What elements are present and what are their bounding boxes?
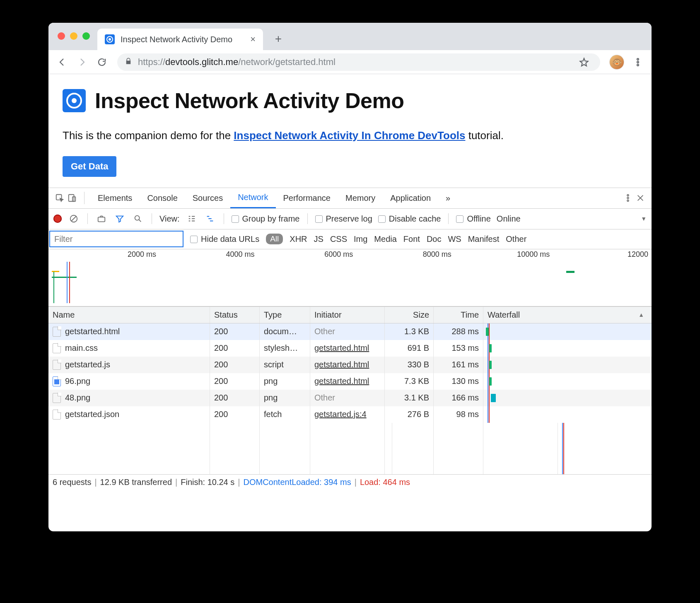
network-status-bar: 6 requests| 12.9 KB transferred| Finish:… — [48, 474, 652, 490]
new-tab-button[interactable]: + — [270, 30, 287, 48]
browser-menu-icon[interactable] — [629, 53, 647, 71]
maximize-window-icon[interactable] — [82, 32, 90, 40]
filter-type-xhr[interactable]: XHR — [290, 234, 307, 244]
tutorial-link[interactable]: Inspect Network Activity In Chrome DevTo… — [234, 129, 465, 142]
search-icon[interactable] — [132, 212, 144, 225]
table-row[interactable]: main.css200stylesh…getstarted.html691 B1… — [48, 340, 652, 357]
filter-type-js[interactable]: JS — [314, 234, 323, 244]
cell-status: 200 — [210, 406, 260, 423]
cell-status: 200 — [210, 340, 260, 357]
cell-size: 691 B — [385, 340, 434, 357]
devtools-tab-elements[interactable]: Elements — [90, 188, 140, 208]
table-row[interactable]: 48.png200pngOther3.1 KB166 ms — [48, 390, 652, 406]
table-row[interactable]: getstarted.js200scriptgetstarted.html330… — [48, 357, 652, 373]
cell-type: script — [260, 357, 310, 373]
table-row[interactable]: 96.png200pnggetstarted.html7.3 KB130 ms — [48, 373, 652, 390]
cell-waterfall — [483, 373, 652, 390]
col-time: Time — [434, 307, 483, 323]
throttling-dropdown-icon[interactable]: ▼ — [641, 215, 647, 222]
reload-button[interactable] — [93, 53, 111, 71]
get-data-button[interactable]: Get Data — [63, 156, 116, 177]
cell-initiator[interactable]: getstarted.html — [310, 357, 385, 373]
close-window-icon[interactable] — [58, 32, 65, 40]
cell-initiator[interactable]: getstarted.js:4 — [310, 406, 385, 423]
cell-size: 3.1 KB — [385, 390, 434, 406]
cell-initiator[interactable]: getstarted.html — [310, 373, 385, 390]
devtools-close-icon[interactable] — [634, 192, 647, 204]
browser-tab[interactable]: Inspect Network Activity Demo × — [97, 29, 263, 50]
cell-status: 200 — [210, 357, 260, 373]
cell-name: getstarted.json — [65, 410, 119, 419]
filter-type-manifest[interactable]: Manifest — [468, 234, 500, 244]
network-toolbar: View: Group by frame Preserve log Disabl… — [48, 209, 652, 229]
overview-activity — [52, 262, 81, 303]
filter-toggle-icon[interactable] — [113, 212, 126, 225]
timeline-tick: 12000 — [599, 250, 648, 259]
filter-type-media[interactable]: Media — [374, 234, 396, 244]
hide-data-urls-checkbox[interactable]: Hide data URLs — [190, 234, 259, 244]
browser-window: Inspect Network Activity Demo × + https:… — [48, 23, 652, 531]
waterfall-view-icon[interactable] — [204, 212, 216, 225]
svg-point-11 — [135, 216, 140, 220]
cell-name: getstarted.js — [65, 360, 110, 369]
filter-type-img[interactable]: Img — [354, 234, 367, 244]
status-load: Load: 464 ms — [360, 478, 410, 487]
record-button[interactable] — [53, 215, 62, 223]
disable-cache-checkbox[interactable]: Disable cache — [378, 214, 441, 224]
clear-icon[interactable] — [68, 212, 80, 225]
table-row[interactable]: getstarted.html200docum…Other1.3 KB288 m… — [48, 323, 652, 340]
devtools-tab-performance[interactable]: Performance — [276, 188, 338, 208]
cell-type: fetch — [260, 406, 310, 423]
bookmark-icon[interactable] — [575, 53, 593, 71]
filter-type-doc[interactable]: Doc — [427, 234, 442, 244]
page-body: This is the companion demo for the Inspe… — [63, 128, 637, 144]
col-initiator: Initiator — [310, 307, 385, 323]
overview-late-request — [566, 271, 574, 273]
preserve-log-checkbox[interactable]: Preserve log — [315, 214, 372, 224]
back-button[interactable] — [53, 53, 71, 71]
filter-type-other[interactable]: Other — [506, 234, 526, 244]
group-by-frame-checkbox[interactable]: Group by frame — [232, 214, 300, 224]
devtools-tab-sources[interactable]: Sources — [185, 188, 230, 208]
devtools-tab-memory[interactable]: Memory — [338, 188, 383, 208]
cell-time: 288 ms — [434, 323, 483, 340]
cell-name: getstarted.html — [65, 327, 120, 336]
cell-initiator[interactable]: getstarted.html — [310, 340, 385, 357]
forward-button[interactable] — [73, 53, 91, 71]
cell-time: 153 ms — [434, 340, 483, 357]
file-icon — [53, 360, 61, 370]
sort-icon[interactable]: ▲ — [638, 311, 647, 318]
devtools-tabs-overflow[interactable]: » — [438, 188, 458, 208]
address-bar[interactable]: https://devtools.glitch.me/network/getst… — [117, 53, 600, 71]
filter-type-css[interactable]: CSS — [330, 234, 347, 244]
cell-type: docum… — [260, 323, 310, 340]
inspect-element-icon[interactable] — [53, 192, 66, 204]
devtools-menu-icon[interactable] — [622, 192, 634, 204]
profile-avatar[interactable]: 🐵 — [609, 55, 624, 70]
tab-strip: Inspect Network Activity Demo × + — [48, 23, 652, 50]
filter-row: Hide data URLs AllXHRJSCSSImgMediaFontDo… — [48, 229, 652, 249]
minimize-window-icon[interactable] — [70, 32, 77, 40]
devtools-tab-application[interactable]: Application — [383, 188, 438, 208]
device-toggle-icon[interactable] — [66, 192, 78, 204]
devtools-tab-console[interactable]: Console — [140, 188, 185, 208]
timeline-overview[interactable]: 2000 ms4000 ms6000 ms8000 ms10000 ms1200… — [48, 249, 652, 306]
tab-close-icon[interactable]: × — [250, 34, 256, 45]
large-rows-icon[interactable] — [186, 212, 198, 225]
table-row[interactable]: getstarted.json200fetchgetstarted.js:427… — [48, 406, 652, 423]
filter-type-font[interactable]: Font — [403, 234, 420, 244]
file-icon — [53, 327, 61, 337]
filter-type-ws[interactable]: WS — [448, 234, 461, 244]
capture-screenshot-icon[interactable] — [95, 212, 108, 225]
file-icon — [53, 393, 61, 403]
offline-checkbox[interactable]: Offline — [456, 214, 490, 224]
table-header[interactable]: Name Status Type Initiator Size Time Wat… — [48, 307, 652, 323]
cell-waterfall — [483, 390, 652, 406]
browser-toolbar: https://devtools.glitch.me/network/getst… — [48, 50, 652, 74]
page-content: Inspect Network Activity Demo This is th… — [48, 74, 652, 188]
page-logo-icon — [63, 89, 86, 112]
throttling-select[interactable]: Online — [497, 214, 521, 224]
devtools-tab-network[interactable]: Network — [230, 188, 275, 208]
filter-input[interactable] — [49, 231, 183, 247]
filter-type-all[interactable]: All — [266, 234, 283, 244]
